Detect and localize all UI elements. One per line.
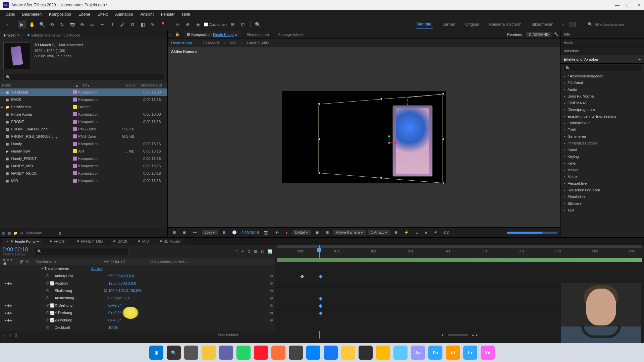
frame-blend-icon[interactable]: ▦ [254, 249, 257, 254]
col-label[interactable]: ◣ [74, 82, 80, 88]
tab-footage[interactable]: Footage (ohne) [276, 31, 306, 38]
graph-icon[interactable]: 📈 [50, 281, 55, 286]
roto-tool[interactable]: ✎ [149, 20, 157, 28]
label-swatch[interactable] [73, 157, 77, 161]
stopwatch-icon[interactable]: ⏱ [45, 274, 50, 278]
zoom-in-icon[interactable]: ▲▲ [471, 333, 479, 337]
col-nr[interactable]: Nr. [25, 260, 35, 263]
3d-toggle-icon[interactable]: 👓 [191, 230, 199, 235]
draft-3d-icon[interactable]: ✦ [241, 249, 244, 254]
taskbar-ps[interactable]: Ps [428, 346, 442, 360]
mask-toggle-icon[interactable]: ▣ [180, 230, 188, 235]
label-swatch[interactable] [73, 164, 77, 168]
breadcrumb-item[interactable]: HANDY_MID [247, 41, 269, 45]
composition-viewer[interactable]: Aktive Kamera [168, 47, 560, 227]
project-item[interactable]: ▶Handy.mp4AVI... MB0:00:13:16 [0, 147, 167, 155]
label-swatch[interactable] [73, 127, 77, 131]
comp-mini-flowchart-icon[interactable]: ⬚ [234, 249, 238, 254]
project-item[interactable]: 🖼FRONT_RGB_1840886.pngPNG-Datei503 KB [0, 133, 167, 140]
workspace-standard[interactable]: Standard [416, 20, 433, 28]
property-name[interactable]: X-Drehung [55, 303, 102, 307]
timeline-tab[interactable]: BACK [109, 238, 132, 245]
zoom-out-icon[interactable]: ▲ [441, 333, 444, 337]
expression-pickwhip-icon[interactable]: ⊚ [268, 311, 275, 315]
expression-pickwhip-icon[interactable]: ⊚ [268, 296, 275, 300]
effect-category[interactable]: ▸Farbkorrektur [560, 120, 644, 126]
project-search-input[interactable]: 🔍 [3, 74, 164, 81]
property-name[interactable]: Ankerpunkt [55, 274, 102, 278]
roi-icon[interactable]: ▣ [313, 230, 321, 235]
timeline-tab[interactable]: 3D Modell [155, 238, 185, 245]
effect-category[interactable]: ▸Text [560, 207, 644, 214]
expression-pickwhip-icon[interactable]: ⊚ [268, 274, 275, 278]
property-name[interactable]: Z-Drehung [55, 318, 102, 322]
label-swatch[interactable] [73, 171, 77, 175]
taskbar-facebook[interactable] [324, 346, 338, 360]
project-item[interactable]: ▸📁FarbflächenOrdner [0, 103, 167, 111]
property-name[interactable]: Ausrichtung [55, 296, 102, 300]
project-item[interactable]: ▦Finale KompKomposition0:00:10:00 [0, 111, 167, 118]
menu-effekt[interactable]: Effekt [94, 11, 111, 18]
workspace-original[interactable]: Original [465, 21, 479, 28]
add-keyframe-icon[interactable]: ◆ [7, 311, 10, 315]
label-swatch[interactable] [73, 112, 77, 116]
col-name[interactable]: Name [0, 82, 74, 88]
timeline-search-input[interactable]: 🔍 [35, 248, 129, 255]
menu-datei[interactable]: Datei [2, 11, 18, 18]
property-value[interactable]: 0x+2,0° [108, 303, 175, 307]
effect-category[interactable]: ▸Fehlt [560, 126, 644, 133]
search-icon-toolbar[interactable]: 🔍 [254, 20, 262, 28]
effect-category[interactable]: ▸Kanal [560, 146, 644, 153]
label-swatch[interactable] [73, 142, 77, 146]
world-axis-icon[interactable]: ⊕ [184, 20, 192, 28]
label-swatch[interactable] [73, 90, 77, 94]
project-item[interactable]: ▦BACKKomposition0:00:13:16 [0, 96, 167, 103]
zoom-dropdown[interactable]: 25% ▾ [202, 230, 218, 235]
transparency-icon[interactable]: ▦ [323, 230, 331, 235]
keyframe[interactable] [319, 304, 322, 308]
close-button[interactable]: ✕ [637, 2, 641, 8]
transform-group[interactable]: Transformieren [44, 266, 91, 270]
label-swatch[interactable] [73, 179, 77, 183]
viewer-timecode[interactable]: 0:00:00:18 [241, 231, 259, 235]
col-type[interactable]: Art ▴ [80, 82, 114, 88]
stopwatch-icon[interactable]: ⏱ [45, 303, 50, 307]
taskbar-editor[interactable] [393, 346, 408, 360]
exposure-reset-icon[interactable]: ☀ [432, 230, 439, 235]
resolution-dropdown[interactable]: Drittel ▾ [292, 230, 311, 235]
property-name[interactable]: Y-Drehung [55, 311, 102, 315]
pen-tool[interactable]: ✒ [98, 20, 106, 28]
orbit-tool[interactable]: ⟲ [48, 20, 56, 28]
property-name[interactable]: Position [55, 281, 102, 285]
effect-category[interactable]: ▸Immersives Video [560, 140, 644, 146]
effect-category[interactable]: ▸Boris FX Mocha [560, 93, 644, 100]
effect-category[interactable]: ▸Dienstprogramm [560, 106, 644, 113]
tab-effect-controls[interactable]: Effekteinstellungen 3D Modell [23, 32, 84, 39]
new-folder-icon[interactable]: 📁 [13, 231, 17, 235]
property-track[interactable] [275, 273, 644, 280]
transform-reset[interactable]: Zurück [91, 266, 158, 270]
label-swatch[interactable] [73, 105, 77, 109]
tab-layer[interactable]: Ebene (ohne) [244, 31, 272, 38]
axis-gizmo[interactable] [386, 136, 399, 149]
taskbar-xd[interactable]: Xd [481, 346, 495, 360]
label-swatch[interactable] [73, 98, 77, 102]
view-dropdown[interactable]: Aktive Kamera ▾ [333, 230, 366, 235]
effect-category[interactable]: ▸Einstellungen für Expressions [560, 113, 644, 120]
property-name[interactable]: Skalierung [55, 289, 102, 293]
menu-ansicht[interactable]: Ansicht [137, 11, 157, 18]
next-keyframe-icon[interactable]: ▸ [10, 303, 12, 308]
puppet-tool[interactable]: 📍 [159, 20, 167, 28]
menu-komposition[interactable]: Komposition [46, 11, 74, 18]
effect-category[interactable]: ▸Simulation [560, 193, 644, 200]
new-comp-icon[interactable]: ▦ [8, 231, 11, 235]
col-sourcename[interactable]: Quellenname [35, 260, 102, 263]
timeline-tab[interactable]: HANDY_MID [72, 238, 108, 245]
property-value[interactable]: 960,0,540,0,0,0 [108, 274, 175, 278]
maximize-button[interactable]: ▢ [626, 2, 631, 8]
view-axis-icon[interactable]: ◈ [194, 20, 202, 28]
col-size[interactable]: Größe [114, 82, 138, 88]
property-value[interactable]: 100% [108, 325, 175, 329]
zoom-slider[interactable] [448, 334, 468, 336]
timeline-tab[interactable]: × Finale Komp ≡ [2, 238, 44, 245]
